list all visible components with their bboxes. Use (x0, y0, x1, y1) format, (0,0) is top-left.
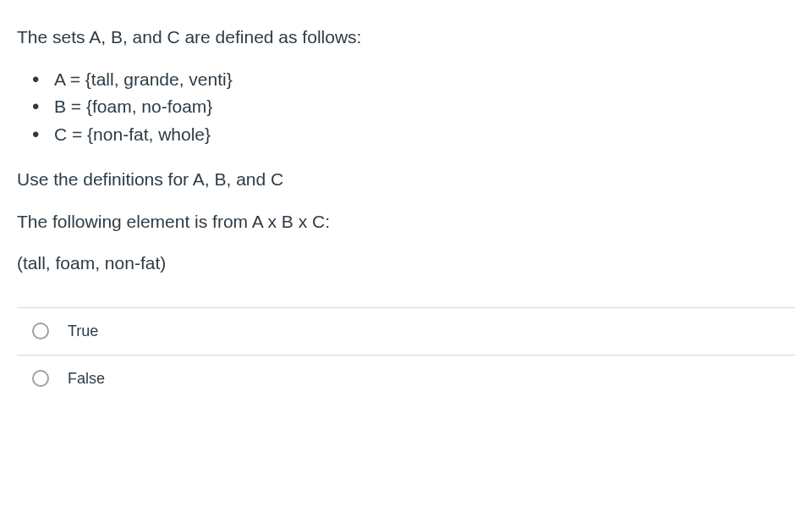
question-stem: The sets A, B, and C are defined as foll… (17, 24, 795, 277)
set-definition-a: A = {tall, grande, venti} (32, 66, 795, 93)
set-definitions-list: A = {tall, grande, venti} B = {foam, no-… (17, 66, 795, 148)
answer-options: True False (17, 307, 795, 402)
set-definition-c: C = {non-fat, whole} (32, 121, 795, 148)
question-instruction: Use the definitions for A, B, and C (17, 166, 795, 193)
answer-option-true[interactable]: True (17, 307, 795, 355)
question-intro: The sets A, B, and C are defined as foll… (17, 24, 795, 51)
question-element: (tall, foam, non-fat) (17, 250, 795, 277)
answer-label-false: False (68, 367, 105, 390)
set-definition-b: B = {foam, no-foam} (32, 93, 795, 120)
radio-icon[interactable] (32, 323, 49, 339)
question-prompt: The following element is from A x B x C: (17, 208, 795, 235)
answer-label-true: True (68, 320, 98, 343)
answer-option-false[interactable]: False (17, 355, 795, 402)
radio-icon[interactable] (32, 370, 49, 387)
